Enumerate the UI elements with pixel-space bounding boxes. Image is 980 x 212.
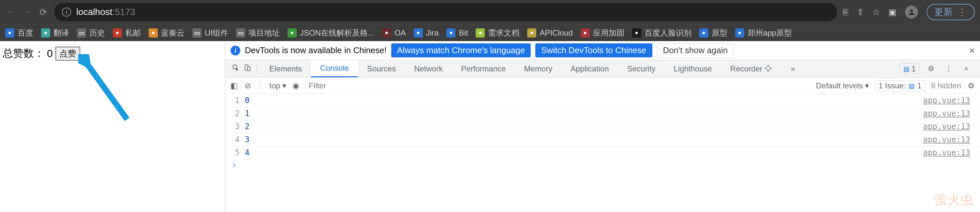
tab-lighthouse[interactable]: Lighthouse	[664, 60, 721, 77]
bookmark-label: 历史	[89, 28, 105, 38]
tab-security[interactable]: Security	[618, 60, 665, 77]
levels-selector[interactable]: Default levels ▾	[816, 81, 869, 90]
log-value: 0	[245, 96, 250, 105]
tab-network[interactable]: Network	[405, 60, 452, 77]
settings-icon[interactable]: ⚙	[925, 65, 937, 73]
source-link[interactable]: app.vue:13	[923, 135, 974, 144]
bookmark-label: 百度	[18, 28, 33, 38]
bookmark-item[interactable]: ●私邮	[113, 28, 141, 38]
bookmark-label: Jira	[426, 29, 439, 38]
source-link[interactable]: app.vue:13	[923, 109, 974, 118]
translate-icon[interactable]: ⎘	[843, 7, 848, 17]
bookmark-item[interactable]: ●APICloud	[527, 29, 573, 38]
console-row: 54app.vue:13	[225, 146, 980, 159]
bookmark-item[interactable]: ●应用加固	[581, 28, 624, 38]
url-host: localhost	[76, 7, 113, 17]
devtools-infobar: i DevTools is now available in Chinese! …	[225, 41, 980, 60]
close-devtools-icon[interactable]: ×	[961, 65, 972, 73]
bookmark-label: 项目地址	[248, 28, 280, 38]
always-match-button[interactable]: Always match Chrome's language	[391, 43, 531, 57]
live-expression-icon[interactable]: ◉	[291, 81, 300, 90]
bookmark-icon: ▭	[192, 29, 202, 38]
bookmark-label: 原型	[712, 28, 727, 38]
bookmark-label: UI组件	[205, 28, 228, 38]
log-value: 1	[245, 109, 250, 118]
bookmark-item[interactable]: ▭项目地址	[236, 28, 280, 38]
address-bar[interactable]: i localhost:5173	[54, 3, 837, 21]
bookmark-item[interactable]: ●Bit	[446, 29, 468, 38]
like-button[interactable]: 点赞	[56, 47, 80, 61]
console-prompt[interactable]: ›	[225, 159, 980, 171]
avatar-icon[interactable]	[905, 6, 918, 19]
devtools: i DevTools is now available in Chinese! …	[225, 41, 980, 212]
bookmark-icon: ●	[41, 29, 50, 38]
bookmark-icon: ●	[382, 29, 391, 38]
panel-icon[interactable]: ▣	[888, 7, 897, 17]
bookmark-item[interactable]: ●OA	[382, 29, 406, 38]
device-icon[interactable]	[242, 64, 253, 73]
issues-badge[interactable]: 1 Issue: ▤ 1	[875, 80, 925, 91]
tab-memory[interactable]: Memory	[515, 60, 562, 77]
page-content: 总赞数： 0 点赞	[0, 41, 225, 212]
source-link[interactable]: app.vue:13	[923, 148, 974, 157]
clear-icon[interactable]: ⊘	[243, 81, 252, 90]
bookmark-item[interactable]: ●百度人脸识别	[632, 28, 692, 38]
tab-recorder[interactable]: Recorder ⯎	[721, 60, 781, 77]
bookmark-label: 翻译	[54, 28, 69, 38]
bookmark-item[interactable]: ▭历史	[77, 28, 105, 38]
bookmark-label: 需求文档	[488, 28, 519, 38]
svg-rect-4	[247, 67, 250, 71]
bookmark-item[interactable]: ●蓝奏云	[149, 28, 185, 38]
source-link[interactable]: app.vue:13	[923, 96, 974, 105]
share-icon[interactable]: ⇪	[857, 7, 864, 17]
console-row: 21app.vue:13	[225, 107, 980, 120]
issue-icon: ▤	[908, 82, 915, 90]
bookmark-icon: ●	[5, 29, 14, 38]
source-link[interactable]: app.vue:13	[923, 122, 974, 131]
bookmark-icon: ▭	[77, 29, 86, 38]
info-icon: i	[231, 46, 240, 56]
dont-show-button[interactable]: Don't show again	[657, 43, 734, 58]
bookmark-icon: ●	[113, 29, 122, 38]
tab-application[interactable]: Application	[562, 60, 618, 77]
tab-console[interactable]: Console	[311, 60, 358, 77]
tabs-overflow[interactable]: »	[781, 60, 804, 77]
bookmark-item[interactable]: ●需求文档	[476, 28, 519, 38]
kebab-icon[interactable]: ⋮	[943, 65, 955, 73]
close-icon[interactable]: ×	[969, 45, 975, 56]
bookmark-icon: ●	[414, 29, 423, 38]
tab-sources[interactable]: Sources	[358, 60, 405, 77]
tab-elements[interactable]: Elements	[260, 60, 311, 77]
bookmark-label: OA	[395, 29, 406, 38]
line-number: 4	[232, 135, 245, 144]
hidden-count[interactable]: 6 hidden	[931, 81, 961, 90]
inspect-icon[interactable]	[230, 64, 242, 73]
bookmark-icon: ●	[149, 29, 158, 38]
sidebar-toggle-icon[interactable]: ◧	[230, 81, 238, 90]
bookmark-item[interactable]: ●郑州app原型	[735, 28, 792, 38]
console-body: 10app.vue:1321app.vue:1332app.vue:1343ap…	[225, 94, 980, 212]
tab-performance[interactable]: Performance	[452, 60, 515, 77]
site-info-icon[interactable]: i	[62, 8, 71, 17]
bookmark-item[interactable]: ●JSON在线解析及格...	[288, 28, 374, 38]
back-icon[interactable]: ←	[5, 7, 16, 17]
star-icon[interactable]: ☆	[872, 7, 880, 17]
line-number: 1	[232, 96, 245, 105]
forward-icon[interactable]: →	[22, 7, 32, 17]
filter-input[interactable]	[305, 80, 811, 92]
bookmark-item[interactable]: ▭UI组件	[192, 28, 228, 38]
update-button[interactable]: 更新	[926, 4, 975, 20]
console-filterbar: ◧ ⊘ top ▾ ◉ Default levels ▾ 1 Issue: ▤ …	[225, 78, 980, 94]
bookmark-item[interactable]: ●Jira	[414, 29, 439, 38]
like-count: 0	[47, 48, 53, 60]
filter-settings-icon[interactable]: ⚙	[967, 81, 975, 90]
line-number: 3	[232, 122, 245, 131]
switch-button[interactable]: Switch DevTools to Chinese	[535, 43, 652, 57]
bookmark-item[interactable]: ●翻译	[41, 28, 69, 38]
pointer-arrow-icon	[78, 54, 143, 132]
reload-icon[interactable]: ⟳	[38, 7, 48, 18]
bookmark-item[interactable]: ●原型	[699, 28, 727, 38]
context-selector[interactable]: top ▾	[269, 81, 286, 90]
messages-badge[interactable]: ▤ 1	[900, 63, 920, 74]
bookmark-item[interactable]: ●百度	[5, 28, 33, 38]
